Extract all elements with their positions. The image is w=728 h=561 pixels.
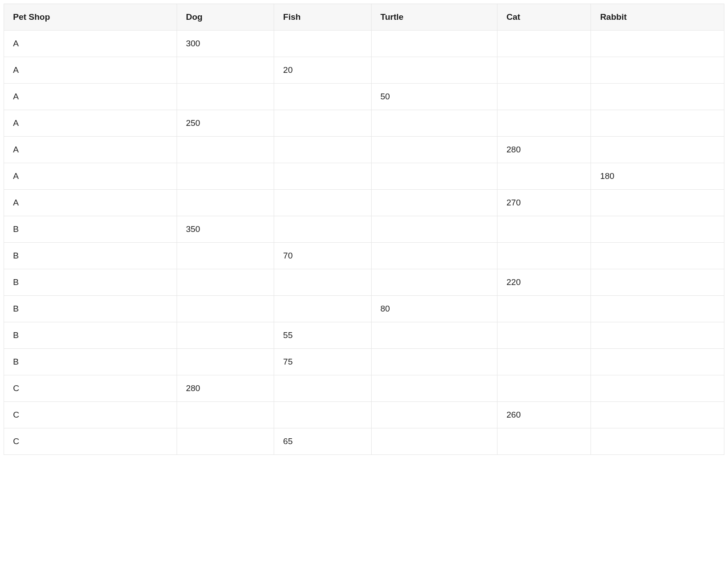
cell-rabbit	[591, 84, 724, 110]
cell-fish	[274, 402, 371, 428]
cell-rabbit	[591, 31, 724, 57]
cell-fish: 75	[274, 349, 371, 375]
cell-turtle	[371, 428, 497, 455]
cell-cat: 220	[497, 269, 591, 296]
header-rabbit: Rabbit	[591, 4, 724, 31]
table-row: A 250	[4, 110, 724, 137]
cell-cat	[497, 428, 591, 455]
cell-dog	[177, 57, 274, 84]
cell-dog	[177, 296, 274, 322]
cell-rabbit	[591, 190, 724, 216]
cell-pet-shop: A	[4, 110, 177, 137]
cell-cat	[497, 84, 591, 110]
header-turtle: Turtle	[371, 4, 497, 31]
cell-pet-shop: C	[4, 402, 177, 428]
cell-turtle	[371, 110, 497, 137]
cell-turtle	[371, 31, 497, 57]
table-row: B 75	[4, 349, 724, 375]
cell-rabbit	[591, 375, 724, 402]
cell-cat	[497, 31, 591, 57]
cell-cat	[497, 163, 591, 190]
cell-dog	[177, 84, 274, 110]
cell-cat: 260	[497, 402, 591, 428]
cell-pet-shop: A	[4, 190, 177, 216]
cell-rabbit	[591, 137, 724, 163]
cell-dog	[177, 190, 274, 216]
cell-rabbit	[591, 428, 724, 455]
cell-cat: 270	[497, 190, 591, 216]
table-row: C 65	[4, 428, 724, 455]
cell-fish	[274, 110, 371, 137]
table-row: B 350	[4, 216, 724, 243]
cell-rabbit	[591, 322, 724, 349]
cell-dog	[177, 402, 274, 428]
cell-rabbit	[591, 269, 724, 296]
cell-fish: 70	[274, 243, 371, 269]
cell-dog	[177, 137, 274, 163]
cell-cat	[497, 110, 591, 137]
cell-pet-shop: B	[4, 296, 177, 322]
cell-fish	[274, 296, 371, 322]
header-cat: Cat	[497, 4, 591, 31]
cell-rabbit	[591, 243, 724, 269]
cell-dog	[177, 163, 274, 190]
cell-cat	[497, 216, 591, 243]
table-row: B 220	[4, 269, 724, 296]
cell-pet-shop: B	[4, 322, 177, 349]
header-pet-shop: Pet Shop	[4, 4, 177, 31]
cell-rabbit	[591, 296, 724, 322]
cell-dog	[177, 428, 274, 455]
cell-turtle: 80	[371, 296, 497, 322]
cell-cat	[497, 375, 591, 402]
cell-fish: 20	[274, 57, 371, 84]
table-row: A 50	[4, 84, 724, 110]
cell-dog: 280	[177, 375, 274, 402]
cell-turtle	[371, 243, 497, 269]
cell-dog: 300	[177, 31, 274, 57]
cell-cat	[497, 243, 591, 269]
cell-turtle	[371, 269, 497, 296]
table-row: B 70	[4, 243, 724, 269]
cell-cat	[497, 322, 591, 349]
cell-fish	[274, 375, 371, 402]
cell-cat	[497, 296, 591, 322]
cell-turtle	[371, 322, 497, 349]
cell-fish: 55	[274, 322, 371, 349]
cell-turtle	[371, 137, 497, 163]
cell-rabbit	[591, 216, 724, 243]
cell-turtle	[371, 190, 497, 216]
header-fish: Fish	[274, 4, 371, 31]
cell-fish	[274, 163, 371, 190]
table-row: A 180	[4, 163, 724, 190]
cell-fish	[274, 190, 371, 216]
cell-turtle	[371, 216, 497, 243]
cell-dog	[177, 243, 274, 269]
cell-pet-shop: A	[4, 57, 177, 84]
cell-pet-shop: B	[4, 269, 177, 296]
cell-turtle	[371, 163, 497, 190]
table-body: A 300 A 20 A 50 A 250	[4, 31, 724, 455]
cell-rabbit	[591, 110, 724, 137]
cell-turtle: 50	[371, 84, 497, 110]
cell-fish	[274, 269, 371, 296]
table-row: B 55	[4, 322, 724, 349]
cell-turtle	[371, 57, 497, 84]
table-row: C 280	[4, 375, 724, 402]
cell-cat	[497, 349, 591, 375]
cell-rabbit: 180	[591, 163, 724, 190]
cell-pet-shop: A	[4, 137, 177, 163]
cell-pet-shop: B	[4, 216, 177, 243]
cell-dog	[177, 349, 274, 375]
cell-fish	[274, 84, 371, 110]
cell-cat	[497, 57, 591, 84]
table-header-row: Pet Shop Dog Fish Turtle Cat Rabbit	[4, 4, 724, 31]
table-row: A 280	[4, 137, 724, 163]
cell-turtle	[371, 375, 497, 402]
table-row: A 300	[4, 31, 724, 57]
cell-pet-shop: B	[4, 243, 177, 269]
header-dog: Dog	[177, 4, 274, 31]
table-row: A 20	[4, 57, 724, 84]
table-row: B 80	[4, 296, 724, 322]
cell-fish: 65	[274, 428, 371, 455]
cell-dog	[177, 322, 274, 349]
